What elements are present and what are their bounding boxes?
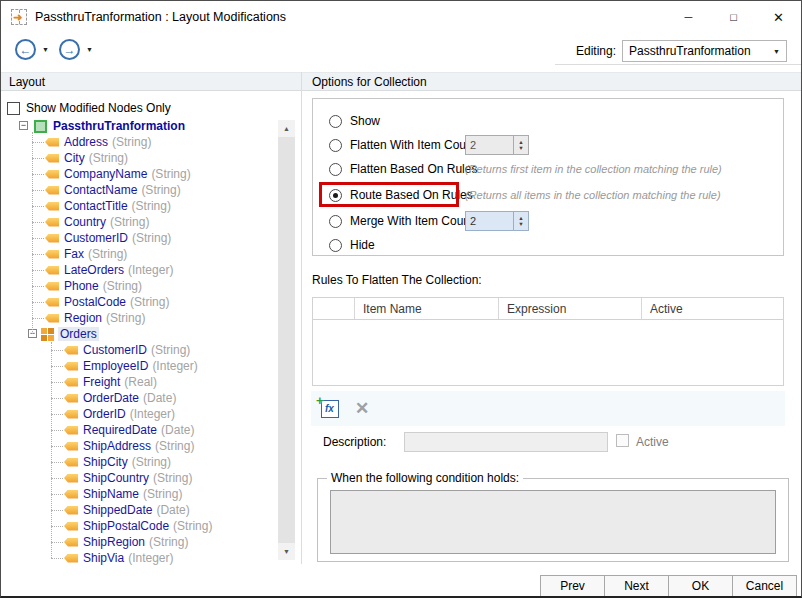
radio-icon[interactable] bbox=[329, 115, 342, 128]
layout-tree: −PassthruTranformationAddress(String)Cit… bbox=[1, 118, 277, 566]
delete-rule-icon[interactable]: ✕ bbox=[355, 400, 369, 417]
forward-dropdown-caret-icon[interactable]: ▼ bbox=[86, 46, 93, 53]
tree-node-lateorders[interactable]: LateOrders(Integer) bbox=[1, 262, 277, 278]
tree-node-companyname[interactable]: CompanyName(String) bbox=[1, 166, 277, 182]
tree-node-employeeid[interactable]: EmployeeID(Integer) bbox=[1, 358, 277, 374]
tree-node-type: (Date) bbox=[161, 423, 194, 437]
tree-node-label: Fax bbox=[64, 247, 84, 261]
tree-node-region[interactable]: Region(String) bbox=[1, 310, 277, 326]
tree-node-customerid[interactable]: CustomerID(String) bbox=[1, 342, 277, 358]
radio-hide[interactable]: Hide bbox=[329, 236, 375, 254]
tree-node-passthrutranformation[interactable]: −PassthruTranformation bbox=[1, 118, 277, 134]
radio-icon[interactable] bbox=[329, 163, 342, 176]
tree-node-type: (String) bbox=[143, 487, 182, 501]
tree-node-requireddate[interactable]: RequiredDate(Date) bbox=[1, 422, 277, 438]
field-node-icon bbox=[45, 202, 59, 211]
tree-node-shipvia[interactable]: ShipVia(Integer) bbox=[1, 550, 277, 566]
tree-connector bbox=[51, 398, 63, 399]
next-button[interactable]: Next bbox=[604, 575, 669, 597]
window-title: PassthruTranformation : Layout Modificat… bbox=[35, 10, 286, 24]
tree-node-label: Region bbox=[64, 311, 102, 325]
rules-list-label: Rules To Flatten The Collection: bbox=[312, 273, 482, 287]
tree-node-type: (String) bbox=[103, 279, 142, 293]
description-input bbox=[404, 432, 608, 452]
close-icon[interactable]: ✕ bbox=[756, 1, 801, 33]
tree-scrollbar[interactable]: ▲ ▼ bbox=[278, 120, 295, 560]
tree-connector bbox=[51, 446, 63, 447]
tree-node-shipregion[interactable]: ShipRegion(String) bbox=[1, 534, 277, 550]
radio-icon[interactable] bbox=[329, 215, 342, 228]
tree-node-type: (String) bbox=[88, 247, 127, 261]
tree-node-contactname[interactable]: ContactName(String) bbox=[1, 182, 277, 198]
tree-connector bbox=[32, 270, 44, 271]
chevron-down-icon: ▼ bbox=[773, 48, 780, 55]
forward-icon[interactable]: → bbox=[59, 39, 80, 60]
field-node-icon bbox=[64, 378, 78, 387]
tree-node-city[interactable]: City(String) bbox=[1, 150, 277, 166]
tree-node-shippostalcode[interactable]: ShipPostalCode(String) bbox=[1, 518, 277, 534]
scroll-up-icon[interactable]: ▲ bbox=[278, 120, 295, 137]
tree-connector bbox=[51, 350, 63, 351]
minimize-icon[interactable]: ─ bbox=[666, 1, 711, 33]
tree-node-type: (Integer) bbox=[128, 263, 173, 277]
scrollbar-thumb[interactable] bbox=[278, 137, 295, 543]
tree-node-type: (String) bbox=[173, 519, 212, 533]
add-rule-icon[interactable]: fx + bbox=[321, 400, 339, 418]
tree-node-label: ShipCity bbox=[83, 455, 128, 469]
field-node-icon bbox=[64, 554, 78, 563]
tree-connector bbox=[51, 342, 52, 558]
field-node-icon bbox=[45, 298, 59, 307]
cancel-button[interactable]: Cancel bbox=[732, 575, 797, 597]
rules-table-body[interactable] bbox=[313, 320, 783, 386]
rules-table[interactable]: Item Name Expression Active bbox=[312, 297, 784, 386]
tree-node-type: (Integer) bbox=[130, 407, 175, 421]
collapse-icon[interactable]: − bbox=[19, 121, 28, 130]
tree-node-type: (Real) bbox=[124, 375, 157, 389]
tree-node-shipaddress[interactable]: ShipAddress(String) bbox=[1, 438, 277, 454]
radio-show[interactable]: Show bbox=[329, 112, 380, 130]
panel-separator bbox=[301, 72, 302, 564]
transformation-app-icon: ➜ bbox=[11, 9, 27, 25]
radio-icon[interactable] bbox=[329, 239, 342, 252]
radio-flatten-with-item-count[interactable]: Flatten With Item Count: bbox=[329, 136, 479, 154]
tree-node-freight[interactable]: Freight(Real) bbox=[1, 374, 277, 390]
ok-button[interactable]: OK bbox=[668, 575, 733, 597]
radio-icon[interactable] bbox=[329, 139, 342, 152]
active-label: Active bbox=[636, 435, 669, 449]
radio-flatten-based-on-rules[interactable]: Flatten Based On Rules bbox=[329, 160, 477, 178]
tree-node-label: ShipPostalCode bbox=[83, 519, 169, 533]
tree-node-customerid[interactable]: CustomerID(String) bbox=[1, 230, 277, 246]
editing-combobox[interactable]: PassthruTranformation ▼ bbox=[622, 40, 787, 62]
tree-node-country[interactable]: Country(String) bbox=[1, 214, 277, 230]
show-modified-nodes-checkbox[interactable] bbox=[7, 102, 20, 115]
tree-node-shipcountry[interactable]: ShipCountry(String) bbox=[1, 470, 277, 486]
route-option-highlight bbox=[319, 182, 459, 207]
tree-node-shipname[interactable]: ShipName(String) bbox=[1, 486, 277, 502]
tree-node-contacttitle[interactable]: ContactTitle(String) bbox=[1, 198, 277, 214]
tree-node-orders[interactable]: −Orders bbox=[1, 326, 277, 342]
prev-button[interactable]: Prev bbox=[540, 575, 605, 597]
tree-node-postalcode[interactable]: PostalCode(String) bbox=[1, 294, 277, 310]
tree-node-fax[interactable]: Fax(String) bbox=[1, 246, 277, 262]
show-modified-nodes-label: Show Modified Nodes Only bbox=[26, 101, 171, 115]
back-icon[interactable]: ← bbox=[15, 39, 36, 60]
tree-node-orderdate[interactable]: OrderDate(Date) bbox=[1, 390, 277, 406]
tree-node-phone[interactable]: Phone(String) bbox=[1, 278, 277, 294]
tree-node-orderid[interactable]: OrderID(Integer) bbox=[1, 406, 277, 422]
field-node-icon bbox=[45, 186, 59, 195]
spinner-arrows-icon: ▲▼ bbox=[513, 136, 528, 154]
tree-connector bbox=[32, 302, 44, 303]
tree-node-shippeddate[interactable]: ShippedDate(Date) bbox=[1, 502, 277, 518]
tree-node-type: (String) bbox=[130, 295, 169, 309]
tree-node-label: CompanyName bbox=[64, 167, 147, 181]
tree-node-label: Orders bbox=[58, 327, 99, 341]
field-node-icon bbox=[64, 442, 78, 451]
tree-node-shipcity[interactable]: ShipCity(String) bbox=[1, 454, 277, 470]
route-rules-note: (Returns all items in the collection mat… bbox=[465, 186, 721, 204]
description-label: Description: bbox=[323, 435, 386, 449]
scroll-down-icon[interactable]: ▼ bbox=[278, 543, 295, 560]
tree-node-address[interactable]: Address(String) bbox=[1, 134, 277, 150]
maximize-icon[interactable]: □ bbox=[711, 1, 756, 33]
radio-merge-with-item-count[interactable]: Merge With Item Count: bbox=[329, 212, 477, 230]
back-dropdown-caret-icon[interactable]: ▼ bbox=[42, 46, 49, 53]
